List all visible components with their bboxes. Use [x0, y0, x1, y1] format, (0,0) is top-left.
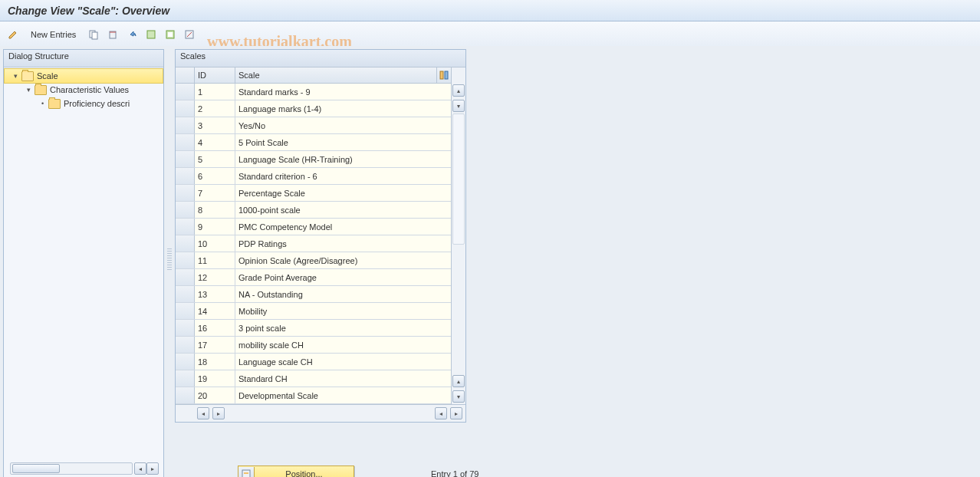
cell-id[interactable]: 17 [195, 337, 235, 353]
cell-id[interactable]: 4 [195, 134, 235, 150]
table-row[interactable]: 6Standard criterion - 6 [176, 168, 451, 185]
table-row[interactable]: 13NA - Outstanding [176, 286, 451, 303]
position-button[interactable]: Position... [238, 465, 354, 478]
row-selector[interactable] [176, 219, 195, 235]
cell-scale[interactable]: Standard criterion - 6 [235, 168, 451, 184]
col-id-header[interactable]: ID [195, 67, 235, 83]
cell-id[interactable]: 9 [195, 219, 235, 235]
select-block-icon[interactable] [162, 26, 179, 43]
scroll-right-icon[interactable]: ▸ [146, 462, 159, 475]
table-row[interactable]: 19Standard CH [176, 370, 451, 387]
row-selector[interactable] [176, 337, 195, 353]
table-row[interactable]: 17mobility scale CH [176, 337, 451, 354]
row-selector[interactable] [176, 286, 195, 302]
row-selector[interactable] [176, 235, 195, 252]
cell-scale[interactable]: Standard marks - 9 [235, 84, 451, 100]
cell-id[interactable]: 12 [195, 269, 235, 285]
cell-id[interactable]: 16 [195, 320, 235, 336]
scroll-up-icon[interactable]: ▴ [452, 84, 465, 97]
table-row[interactable]: 7Percentage Scale [176, 185, 451, 202]
cell-id[interactable]: 2 [195, 100, 235, 117]
table-row[interactable]: 12Grade Point Average [176, 269, 451, 286]
table-hscrollbar[interactable]: ◂ ▸ ◂ ▸ [176, 404, 465, 422]
scroll-right-icon[interactable]: ▸ [450, 407, 462, 419]
table-row[interactable]: 81000-point scale [176, 202, 451, 219]
cell-scale[interactable]: Yes/No [235, 117, 451, 133]
cell-id[interactable]: 3 [195, 117, 235, 133]
table-row[interactable]: 5Language Scale (HR-Training) [176, 151, 451, 168]
scroll-down-icon[interactable]: ▾ [452, 100, 465, 112]
cell-scale[interactable]: Standard CH [235, 370, 451, 387]
new-entries-button[interactable]: New Entries [24, 26, 83, 43]
cell-scale[interactable]: 3 point scale [235, 320, 451, 336]
row-selector[interactable] [176, 151, 195, 167]
row-selector[interactable] [176, 387, 195, 403]
row-selector[interactable] [176, 354, 195, 370]
row-selector[interactable] [176, 303, 195, 319]
splitter-handle[interactable] [167, 49, 172, 477]
tree-node-characteristic-values[interactable]: ▾ Characteristic Values [4, 83, 163, 97]
cell-id[interactable]: 13 [195, 286, 235, 302]
cell-id[interactable]: 19 [195, 370, 235, 387]
cell-scale[interactable]: 5 Point Scale [235, 134, 451, 150]
table-row[interactable]: 45 Point Scale [176, 134, 451, 151]
scroll-left-icon[interactable]: ◂ [134, 462, 146, 475]
cell-id[interactable]: 7 [195, 185, 235, 201]
scroll-track[interactable] [452, 113, 465, 245]
row-selector[interactable] [176, 84, 195, 100]
cell-id[interactable]: 5 [195, 151, 235, 167]
cell-id[interactable]: 10 [195, 235, 235, 252]
tree-node-proficiency[interactable]: • Proficiency descri [4, 97, 163, 110]
cell-scale[interactable]: Mobility [235, 303, 451, 319]
row-selector[interactable] [176, 252, 195, 268]
table-row[interactable]: 163 point scale [176, 320, 451, 337]
tree-node-scale[interactable]: ▾ Scale [4, 68, 163, 84]
cell-id[interactable]: 14 [195, 303, 235, 319]
cell-id[interactable]: 1 [195, 84, 235, 100]
cell-id[interactable]: 6 [195, 168, 235, 184]
change-display-icon[interactable] [5, 26, 21, 43]
cell-scale[interactable]: Developmental Scale [235, 387, 451, 403]
cell-scale[interactable]: mobility scale CH [235, 337, 451, 353]
dialog-hscrollbar[interactable]: ◂ ▸ [8, 462, 159, 475]
table-vscrollbar[interactable]: ▴ ▾ ▴ ▾ [451, 67, 465, 404]
scroll-track[interactable] [10, 462, 133, 475]
row-selector[interactable] [176, 320, 195, 336]
row-selector[interactable] [176, 168, 195, 184]
table-row[interactable]: 3Yes/No [176, 117, 451, 134]
delete-icon[interactable] [104, 26, 121, 43]
cell-scale[interactable]: 1000-point scale [235, 202, 451, 218]
scroll-left-icon[interactable]: ◂ [197, 407, 209, 419]
cell-id[interactable]: 11 [195, 252, 235, 268]
cell-scale[interactable]: PMC Competency Model [235, 219, 451, 235]
table-row[interactable]: 9PMC Competency Model [176, 219, 451, 235]
row-selector[interactable] [176, 202, 195, 218]
scroll-thumb[interactable] [12, 464, 60, 473]
expand-icon[interactable]: ▾ [25, 87, 32, 94]
table-row[interactable]: 2Language marks (1-4) [176, 100, 451, 117]
select-all-icon[interactable] [143, 26, 159, 43]
cell-scale[interactable]: Grade Point Average [235, 269, 451, 285]
scroll-right-icon[interactable]: ▸ [212, 407, 225, 419]
row-selector[interactable] [176, 117, 195, 133]
table-row[interactable]: 10PDP Ratings [176, 235, 451, 252]
table-row[interactable]: 14Mobility [176, 303, 451, 320]
configure-columns-icon[interactable] [436, 67, 451, 83]
table-row[interactable]: 11Opinion Scale (Agree/Disagree) [176, 252, 451, 269]
scroll-down-icon[interactable]: ▾ [452, 390, 465, 403]
row-selector[interactable] [176, 134, 195, 150]
table-row[interactable]: 20Developmental Scale [176, 387, 451, 404]
col-scale-header[interactable]: Scale [235, 67, 436, 83]
cell-scale[interactable]: Opinion Scale (Agree/Disagree) [235, 252, 451, 268]
copy-as-icon[interactable] [85, 26, 102, 43]
cell-scale[interactable]: PDP Ratings [235, 235, 451, 252]
deselect-all-icon[interactable] [181, 26, 198, 43]
cell-scale[interactable]: Language marks (1-4) [235, 100, 451, 117]
cell-scale[interactable]: Percentage Scale [235, 185, 451, 201]
row-selector[interactable] [176, 185, 195, 201]
table-row[interactable]: 18Language scale CH [176, 354, 451, 370]
row-selector[interactable] [176, 100, 195, 117]
cell-id[interactable]: 18 [195, 354, 235, 370]
cell-id[interactable]: 8 [195, 202, 235, 218]
col-selector[interactable] [176, 67, 195, 83]
